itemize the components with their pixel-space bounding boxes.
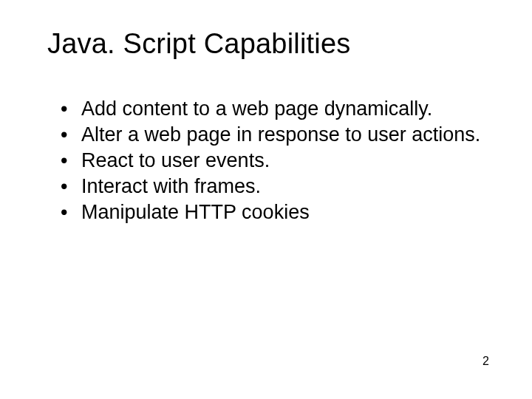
slide: Java. Script Capabilities Add content to… xyxy=(0,0,532,399)
list-item: React to user events. xyxy=(61,149,488,173)
list-item: Add content to a web page dynamically. xyxy=(61,97,488,121)
list-item: Interact with frames. xyxy=(61,174,488,199)
bullet-list: Add content to a web page dynamically. A… xyxy=(47,97,488,225)
list-item: Alter a web page in response to user act… xyxy=(61,123,488,147)
list-item: Manipulate HTTP cookies xyxy=(61,200,488,225)
page-number: 2 xyxy=(482,355,489,368)
slide-title: Java. Script Capabilities xyxy=(47,28,488,60)
